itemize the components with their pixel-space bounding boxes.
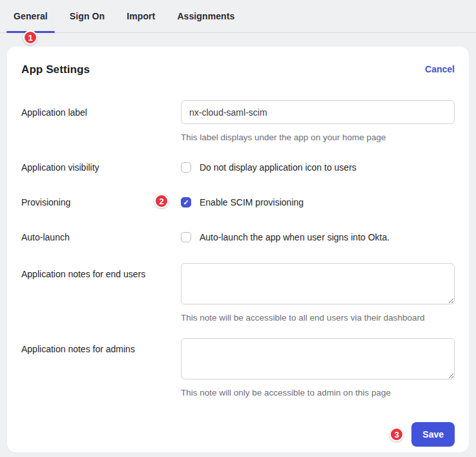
application-visibility-option-label[interactable]: Do not display application icon to users bbox=[200, 161, 357, 174]
provisioning-field: Enable SCIM provisioning bbox=[181, 196, 455, 209]
application-label-field: This label displays under the app on you… bbox=[181, 100, 455, 143]
notes-end-users-row: Application notes for end users This not… bbox=[21, 263, 455, 323]
tab-bar: General Sign On Import Assignments bbox=[0, 0, 476, 33]
provisioning-checkbox[interactable] bbox=[181, 197, 191, 207]
application-visibility-checkbox[interactable] bbox=[181, 162, 191, 173]
tab-general[interactable]: General bbox=[6, 0, 55, 32]
notes-admins-row: Application notes for admins This note w… bbox=[21, 338, 455, 398]
notes-admins-field: This note will only be accessible to adm… bbox=[181, 338, 455, 398]
tab-sign-on-label: Sign On bbox=[70, 11, 105, 21]
tab-general-label: General bbox=[14, 11, 48, 21]
auto-launch-label: Auto-launch bbox=[21, 231, 181, 244]
application-label-helper: This label displays under the app on you… bbox=[181, 132, 455, 143]
notes-end-users-field: This note will be accessible to all end … bbox=[181, 263, 455, 323]
save-button[interactable]: Save bbox=[411, 422, 455, 447]
notes-admins-label: Application notes for admins bbox=[21, 338, 181, 398]
application-visibility-field: Do not display application icon to users bbox=[181, 161, 455, 174]
application-label-row: Application label This label displays un… bbox=[21, 100, 455, 143]
provisioning-option-label[interactable]: Enable SCIM provisioning bbox=[200, 196, 304, 209]
notes-end-users-helper: This note will be accessible to all end … bbox=[181, 312, 455, 323]
notes-admins-helper: This note will only be accessible to adm… bbox=[181, 387, 455, 398]
provisioning-row: Provisioning 2 Enable SCIM provisioning bbox=[21, 196, 455, 209]
step-badge-2: 2 bbox=[154, 194, 169, 208]
panel-header: App Settings Cancel bbox=[21, 63, 455, 76]
application-visibility-row: Application visibility Do not display ap… bbox=[21, 161, 455, 174]
panel-footer: 3 Save bbox=[21, 422, 455, 447]
auto-launch-field: Auto-launch the app when user signs into… bbox=[181, 231, 455, 244]
app-settings-panel: App Settings Cancel Application label Th… bbox=[7, 47, 469, 452]
application-visibility-label: Application visibility bbox=[21, 161, 181, 174]
check-icon bbox=[181, 198, 191, 207]
auto-launch-checkbox[interactable] bbox=[181, 232, 191, 242]
tab-import[interactable]: Import bbox=[119, 0, 162, 32]
cancel-button[interactable]: Cancel bbox=[425, 63, 455, 75]
step-badge-3: 3 bbox=[389, 427, 404, 441]
notes-end-users-label: Application notes for end users bbox=[21, 263, 181, 323]
tab-assignments[interactable]: Assignments bbox=[170, 0, 242, 32]
auto-launch-option-label[interactable]: Auto-launch the app when user signs into… bbox=[200, 231, 389, 244]
auto-launch-row: Auto-launch Auto-launch the app when use… bbox=[21, 231, 455, 244]
notes-admins-textarea[interactable] bbox=[181, 338, 455, 379]
tab-assignments-label: Assignments bbox=[177, 11, 234, 21]
application-label-label: Application label bbox=[21, 100, 181, 143]
application-label-input[interactable] bbox=[181, 100, 455, 124]
tab-sign-on[interactable]: Sign On bbox=[63, 0, 112, 32]
notes-end-users-textarea[interactable] bbox=[181, 263, 455, 304]
tab-import-label: Import bbox=[127, 11, 155, 21]
panel-title: App Settings bbox=[21, 63, 90, 76]
step-badge-1: 1 bbox=[23, 30, 37, 45]
